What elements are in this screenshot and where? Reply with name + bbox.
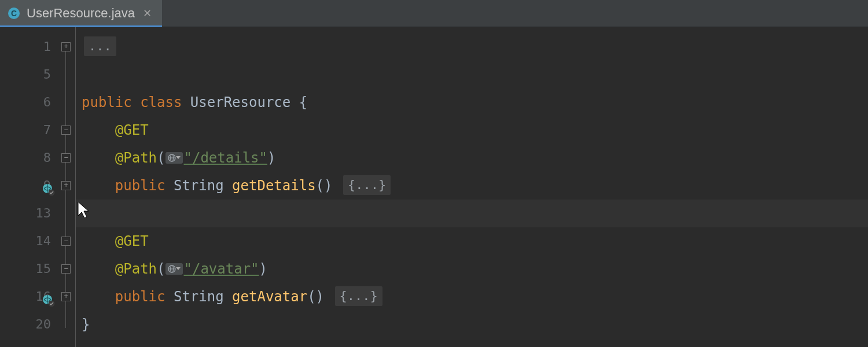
fold-collapse-icon[interactable] <box>61 125 71 135</box>
code-line[interactable]: ... <box>76 33 868 61</box>
line-number[interactable]: 1 <box>0 33 58 61</box>
code-line[interactable]: } <box>76 311 868 338</box>
code-line[interactable] <box>76 200 868 227</box>
fold-gutter <box>58 27 76 347</box>
endpoint-gutter-icon[interactable] <box>42 179 56 193</box>
code-line[interactable]: @Path("/details") <box>76 144 868 172</box>
fold-collapse-icon[interactable] <box>61 153 71 163</box>
tab-active[interactable]: C UserResource.java ✕ <box>0 0 162 27</box>
tab-bar: C UserResource.java ✕ <box>0 0 868 27</box>
line-number[interactable]: 6 <box>0 88 58 116</box>
line-number-gutter: 1 5 6 7 8 9 13 14 15 16 <box>0 27 58 347</box>
fold-expand-icon[interactable] <box>61 42 71 51</box>
line-number[interactable]: 20 <box>0 311 58 338</box>
fold-collapse-icon[interactable] <box>61 264 71 274</box>
line-number[interactable]: 8 <box>0 144 58 172</box>
close-icon[interactable]: ✕ <box>142 7 153 20</box>
line-number[interactable]: 9 <box>0 172 58 200</box>
code-line[interactable] <box>76 61 868 88</box>
tab-title: UserResource.java <box>27 6 135 21</box>
line-number[interactable]: 7 <box>0 116 58 144</box>
fold-expand-icon[interactable] <box>61 181 71 190</box>
code-area[interactable]: ... public class UserResource { @GET @Pa… <box>76 27 868 347</box>
line-number[interactable]: 15 <box>0 255 58 283</box>
class-file-icon: C <box>8 8 20 19</box>
code-line[interactable]: @Path("/avatar") <box>76 255 868 283</box>
fold-expand-icon[interactable] <box>61 292 71 301</box>
code-line[interactable]: public String getAvatar() {...} <box>76 283 868 311</box>
line-number[interactable]: 14 <box>0 227 58 255</box>
line-number[interactable]: 16 <box>0 283 58 311</box>
code-line[interactable]: @GET <box>76 227 868 255</box>
code-line[interactable]: public String getDetails() {...} <box>76 172 868 200</box>
code-line[interactable]: @GET <box>76 116 868 144</box>
line-number[interactable]: 13 <box>0 200 58 227</box>
folded-block[interactable]: ... <box>84 36 116 56</box>
code-line[interactable]: public class UserResource { <box>76 88 868 116</box>
url-globe-icon[interactable] <box>165 152 183 164</box>
editor: 1 5 6 7 8 9 13 14 15 16 <box>0 27 868 347</box>
folded-block[interactable]: {...} <box>335 286 382 306</box>
line-number[interactable]: 5 <box>0 61 58 88</box>
folded-block[interactable]: {...} <box>343 175 391 195</box>
fold-collapse-icon[interactable] <box>61 237 71 246</box>
url-globe-icon[interactable] <box>165 263 183 275</box>
endpoint-gutter-icon[interactable] <box>42 290 56 304</box>
